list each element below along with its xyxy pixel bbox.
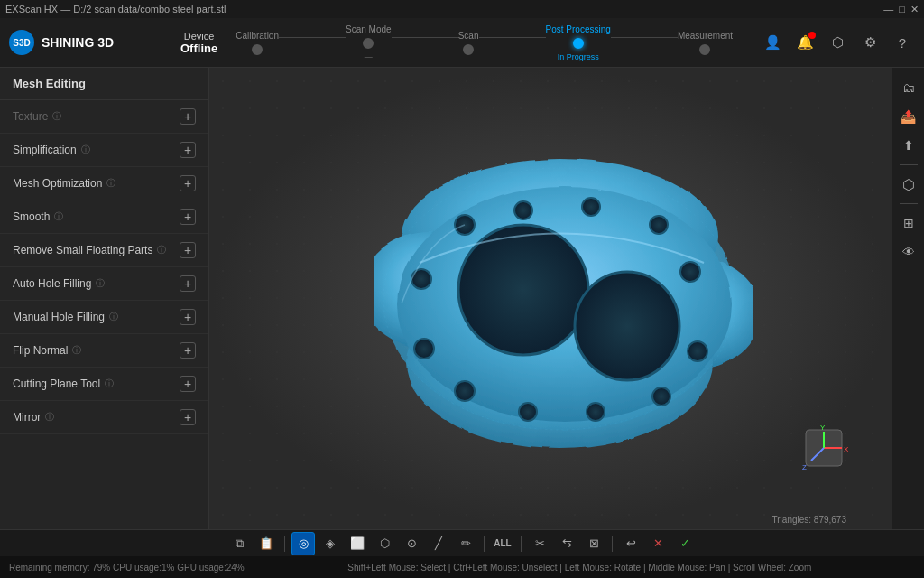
logo-text: SHINING 3D — [42, 35, 114, 50]
share-icon[interactable]: ⬡ — [825, 30, 850, 55]
info-icon-auto-hole[interactable]: ⓘ — [96, 277, 105, 290]
axis-widget: X Y Z — [799, 423, 848, 475]
sidebar-item-cutting-plane[interactable]: Cutting Plane Tool ⓘ + — [0, 368, 208, 401]
maximize-button[interactable]: □ — [899, 4, 905, 15]
step-label-scanmode: Scan Mode — [346, 24, 392, 34]
app-title: EXScan HX — D:/2 scan data/combo steel p… — [5, 4, 226, 14]
expand-manual-hole[interactable]: + — [180, 309, 196, 325]
main-area: Mesh Editing Texture ⓘ + Simplification … — [0, 68, 924, 529]
close-button[interactable]: ✕ — [910, 4, 919, 15]
upload-icon[interactable]: ⬆ — [896, 133, 921, 158]
bolt-hole-5 — [680, 262, 700, 282]
step-scan[interactable]: Scan — [458, 31, 479, 55]
info-icon-cutting-plane[interactable]: ⓘ — [105, 378, 114, 390]
expand-cutting-plane[interactable]: + — [180, 376, 196, 392]
bolt-hole-11 — [414, 339, 434, 359]
3d-view-icon[interactable]: ⬡ — [896, 172, 921, 197]
paint-icon[interactable]: ⊙ — [400, 532, 423, 555]
info-icon-mesh-optimization[interactable]: ⓘ — [106, 177, 116, 190]
statusbar: Remaining memory: 79% CPU usage:1% GPU u… — [0, 556, 924, 578]
folder-icon[interactable]: 🗂 — [896, 75, 921, 100]
step-connector-4 — [611, 37, 678, 38]
expand-texture[interactable]: + — [180, 108, 196, 125]
triangle-count: Triangles: 879,673 — [772, 515, 846, 525]
layers-icon[interactable]: ◈ — [319, 532, 342, 555]
info-icon-simplification[interactable]: ⓘ — [81, 144, 90, 156]
clear-icon[interactable]: ✕ — [646, 532, 670, 555]
window-controls[interactable]: — □ ✕ — [883, 4, 919, 15]
expand-mirror[interactable]: + — [180, 409, 196, 425]
paste-icon[interactable]: 📋 — [254, 532, 278, 555]
viewport[interactable]: X Y Z Triangles: 879,673 — [209, 68, 892, 529]
all-icon[interactable]: ALL — [491, 532, 514, 555]
step-measurement[interactable]: Measurement — [678, 31, 733, 55]
rect-select-icon[interactable]: ⬜ — [346, 532, 369, 555]
bolt-hole-4 — [650, 216, 668, 234]
expand-remove-floating[interactable]: + — [180, 242, 196, 258]
info-icon-smooth[interactable]: ⓘ — [54, 210, 63, 223]
info-icon-mirror[interactable]: ⓘ — [45, 411, 54, 424]
bolt-hole-2 — [514, 201, 532, 219]
step-sublabel-postprocessing: In Progress — [558, 52, 599, 61]
sidebar-label-mirror: Mirror — [13, 411, 41, 424]
delete-icon[interactable]: ⊠ — [582, 532, 605, 555]
cut-icon[interactable]: ✂ — [528, 532, 551, 555]
status-left: Remaining memory: 79% CPU usage:1% GPU u… — [9, 563, 245, 573]
sidebar-item-flip-normal[interactable]: Flip Normal ⓘ + — [0, 334, 208, 368]
step-calibration[interactable]: Calibration — [236, 31, 279, 55]
measure-icon[interactable]: ⊞ — [896, 210, 921, 236]
expand-flip-normal[interactable]: + — [180, 342, 196, 359]
3d-part-container — [374, 145, 753, 452]
step-connector-1 — [279, 37, 346, 38]
expand-smooth[interactable]: + — [180, 209, 196, 225]
step-label-measurement: Measurement — [678, 31, 733, 41]
copy-icon[interactable]: ⧉ — [227, 532, 251, 555]
sidebar-item-simplification[interactable]: Simplification ⓘ + — [0, 134, 208, 167]
step-scanmode[interactable]: Scan Mode — — [346, 24, 392, 61]
info-icon-manual-hole[interactable]: ⓘ — [109, 311, 118, 323]
undo-icon[interactable]: ↩ — [619, 532, 642, 555]
confirm-icon[interactable]: ✓ — [673, 532, 697, 555]
step-sublabel-scanmode: — — [365, 52, 373, 61]
sidebar-item-texture[interactable]: Texture ⓘ + — [0, 100, 208, 134]
select-icon[interactable]: ◎ — [291, 532, 315, 555]
expand-simplification[interactable]: + — [180, 142, 196, 158]
line-icon[interactable]: ╱ — [427, 532, 450, 555]
device-value: Offline — [180, 42, 217, 55]
user-icon[interactable]: 👤 — [760, 30, 785, 55]
bottom-toolbar: ⧉ 📋 ◎ ◈ ⬜ ⬡ ⊙ ╱ ✏ ALL ✂ ⇆ ⊠ ↩ ✕ ✓ — [0, 529, 924, 556]
notification-icon[interactable]: 🔔 — [792, 30, 818, 55]
lasso-icon[interactable]: ⬡ — [373, 532, 396, 555]
step-postprocessing[interactable]: Post Processing In Progress — [546, 24, 611, 61]
info-icon-texture[interactable]: ⓘ — [52, 110, 61, 123]
logo-area: S3D SHINING 3D — [0, 30, 171, 55]
settings-icon[interactable]: ⚙ — [857, 30, 882, 55]
rt-divider-2 — [900, 203, 918, 204]
flip-icon[interactable]: ⇆ — [555, 532, 578, 555]
sidebar: Mesh Editing Texture ⓘ + Simplification … — [0, 68, 209, 529]
sidebar-item-smooth[interactable]: Smooth ⓘ + — [0, 200, 208, 234]
status-center: Shift+Left Mouse: Select | Ctrl+Left Mou… — [347, 563, 811, 573]
sidebar-item-remove-floating[interactable]: Remove Small Floating Parts ⓘ + — [0, 234, 208, 267]
sidebar-label-mesh-optimization: Mesh Optimization — [13, 177, 102, 190]
help-icon[interactable]: ? — [890, 30, 915, 55]
svg-text:Z: Z — [802, 463, 807, 471]
bt-sep-1 — [284, 536, 285, 552]
sidebar-item-auto-hole[interactable]: Auto Hole Filling ⓘ + — [0, 267, 208, 301]
bolt-hole-8 — [587, 403, 605, 421]
expand-auto-hole[interactable]: + — [180, 275, 196, 292]
sidebar-item-manual-hole[interactable]: Manual Hole Filling ⓘ + — [0, 301, 208, 334]
minimize-button[interactable]: — — [883, 4, 893, 15]
sidebar-item-mirror[interactable]: Mirror ⓘ + — [0, 401, 208, 434]
info-icon-flip-normal[interactable]: ⓘ — [72, 344, 81, 357]
sidebar-label-simplification: Simplification — [13, 144, 77, 156]
info-icon-remove-floating[interactable]: ⓘ — [157, 244, 166, 256]
step-dot-scanmode — [363, 38, 374, 49]
sidebar-item-mesh-optimization[interactable]: Mesh Optimization ⓘ + — [0, 167, 208, 200]
notification-badge — [808, 32, 816, 39]
export-icon[interactable]: 📤 — [896, 104, 921, 129]
pen-icon[interactable]: ✏ — [454, 532, 477, 555]
eye-icon[interactable]: 👁 — [896, 239, 921, 265]
device-status: Device Offline — [180, 31, 217, 55]
expand-mesh-optimization[interactable]: + — [180, 175, 196, 191]
